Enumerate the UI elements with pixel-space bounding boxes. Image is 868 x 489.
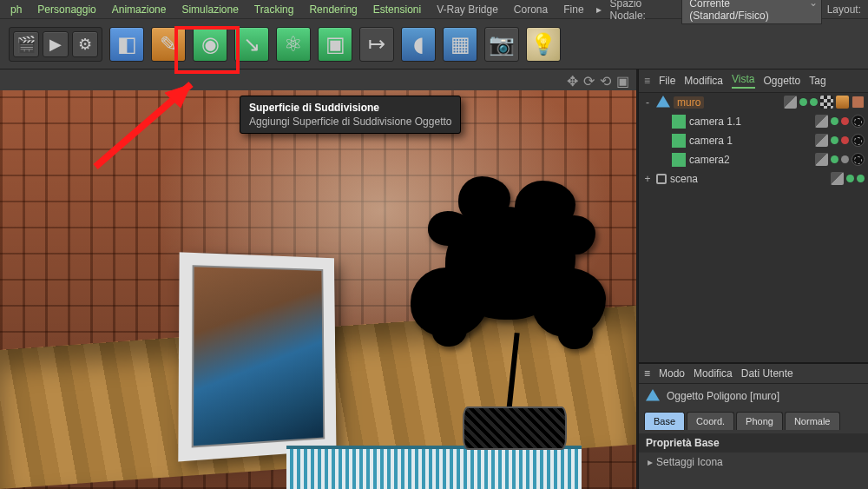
attrtab-dati[interactable]: Dati Utente: [741, 367, 793, 380]
row-icon-settings-label: Settaggi Icona: [656, 456, 723, 468]
visibility-dot-icon[interactable]: [846, 175, 854, 182]
tooltip-subtitle: Aggiungi Superficie di Suddivisione Ogge…: [249, 116, 451, 128]
attrsub-base[interactable]: Base: [644, 412, 685, 430]
attribute-panel: ≡ Modo Modifica Dati Utente Oggetto Poli…: [639, 362, 868, 489]
cam-icon: [672, 153, 686, 167]
object-list[interactable]: -murocamera 1.1camera 1camera2+scena: [639, 93, 868, 362]
expand-triangle-icon[interactable]: ▸: [648, 456, 653, 468]
tooltip-subdivision: Superficie di Suddivisione Aggiungi Supe…: [240, 96, 461, 134]
menu-bar: ph Personaggio Animazione Simulazione Tr…: [0, 0, 868, 19]
visibility-dot-icon[interactable]: [799, 98, 807, 106]
primitive-cube-button[interactable]: ◧: [109, 27, 144, 62]
tag-orange-icon[interactable]: [836, 96, 849, 109]
attrsub-coord[interactable]: Coord.: [687, 412, 734, 430]
obj-row-camera-1[interactable]: camera 1: [639, 131, 868, 150]
obj-tags: [815, 115, 865, 128]
vp-move-icon[interactable]: ✥: [567, 73, 578, 89]
panel-menu-icon[interactable]: ≡: [644, 75, 650, 87]
toolbar: 🎬 ▶ ⚙ ◧ ✎ ◉ ↘ ⚛ ▣ ↦ ◖ ▦ 📷 💡: [0, 19, 868, 69]
vp-zoom-icon[interactable]: ⟲: [600, 73, 611, 89]
tag-black-icon[interactable]: [852, 115, 865, 128]
render-clapper-icon[interactable]: 🎬: [13, 31, 39, 57]
vp-rotate-icon[interactable]: ⟳: [583, 73, 595, 89]
menu-vray[interactable]: V-Ray Bridge: [430, 1, 505, 18]
annotation-arrow-icon: [78, 71, 217, 175]
objtab-vista[interactable]: Vista: [732, 73, 754, 89]
visibility-dot-icon[interactable]: [831, 136, 838, 144]
twist-icon[interactable]: -: [642, 96, 653, 109]
layout-label: Layout:: [824, 3, 865, 16]
obj-label: camera2: [689, 154, 730, 166]
objtab-oggetto[interactable]: Oggetto: [764, 75, 801, 87]
visibility-dot-icon[interactable]: [831, 155, 838, 163]
bonsai-plant: [411, 163, 610, 450]
obj-label: camera 1.1: [689, 116, 741, 128]
objtab-tag[interactable]: Tag: [809, 75, 825, 87]
attr-menu-icon[interactable]: ≡: [644, 367, 650, 380]
spazio-label: Spazio Nodale:: [607, 0, 681, 22]
tag-checker-icon[interactable]: [820, 96, 833, 109]
tag-black-icon[interactable]: [852, 153, 865, 166]
vp-max-icon[interactable]: ▣: [616, 73, 629, 89]
null-icon: [656, 174, 667, 184]
obj-row-camera-1.1[interactable]: camera 1.1: [639, 112, 868, 131]
section-base-properties: Proprietà Base: [639, 433, 868, 453]
menu-fine[interactable]: Fine: [556, 1, 590, 18]
visibility-dot-icon[interactable]: [841, 136, 849, 144]
menu-tracking[interactable]: Tracking: [247, 1, 301, 18]
objtab-modifica[interactable]: Modifica: [684, 75, 723, 87]
obj-row-muro[interactable]: -muro: [639, 93, 868, 112]
attrsub-normale[interactable]: Normale: [785, 412, 840, 430]
polygon-icon: [646, 389, 660, 403]
instance-boxes-button[interactable]: ▣: [318, 27, 352, 62]
light-icon[interactable]: 💡: [526, 27, 561, 62]
atom-array-button[interactable]: ⚛: [276, 27, 311, 62]
spazio-arrow-icon: ▸: [593, 3, 605, 16]
attr-header: ≡ Modo Modifica Dati Utente: [639, 364, 868, 384]
generator-extrude-button[interactable]: ↘: [234, 27, 269, 62]
tag-black-icon[interactable]: [852, 134, 865, 147]
obj-label: muro: [674, 96, 704, 109]
obj-row-camera2[interactable]: camera2: [639, 150, 868, 169]
tag-layer-icon[interactable]: [815, 134, 828, 147]
menu-simulazione[interactable]: Simulazione: [174, 1, 245, 18]
cam-icon: [672, 115, 686, 129]
obj-tags: [815, 153, 865, 166]
deformer-bend-icon[interactable]: ◖: [401, 27, 436, 62]
objtab-file[interactable]: File: [659, 75, 675, 87]
tag-layer-icon[interactable]: [831, 172, 844, 185]
floor-grid-icon[interactable]: ▦: [443, 27, 477, 62]
right-panel: ≡ File Modifica Vista Oggetto Tag -muroc…: [638, 69, 868, 489]
menu-personaggio[interactable]: Personaggio: [30, 1, 102, 18]
camera-icon[interactable]: 📷: [484, 27, 519, 62]
obj-label: scena: [670, 173, 698, 185]
spazio-dropdown[interactable]: Corrente (Standard/Fisico): [681, 0, 821, 24]
menu-estensioni[interactable]: Estensioni: [366, 1, 428, 18]
menu-corona[interactable]: Corona: [507, 1, 555, 18]
arrow-out-icon[interactable]: ↦: [359, 27, 394, 62]
menu-animazione[interactable]: Animazione: [105, 1, 174, 18]
row-icon-settings[interactable]: ▸ Settaggi Icona: [639, 453, 868, 472]
obj-tags: [784, 96, 865, 109]
tag-layer-icon[interactable]: [784, 96, 797, 109]
visibility-dot-icon[interactable]: [841, 155, 849, 163]
attrsub-phong[interactable]: Phong: [736, 412, 783, 430]
menu-ph[interactable]: ph: [3, 1, 29, 18]
menu-rendering[interactable]: Rendering: [302, 1, 364, 18]
twist-icon[interactable]: +: [642, 173, 653, 185]
tag-layer-icon[interactable]: [815, 153, 828, 166]
obj-row-scena[interactable]: +scena: [639, 169, 868, 188]
visibility-dot-icon[interactable]: [810, 98, 818, 106]
attrtab-modo[interactable]: Modo: [659, 367, 685, 380]
render-settings-icon[interactable]: ⚙: [72, 31, 98, 57]
attr-object-title: Oggetto Poligono [muro]: [667, 390, 779, 402]
tag-brick-icon[interactable]: [852, 96, 865, 109]
render-play-icon[interactable]: ▶: [43, 31, 69, 57]
tag-layer-icon[interactable]: [815, 115, 828, 128]
obj-tags: [831, 172, 865, 185]
attrtab-modifica[interactable]: Modifica: [694, 367, 733, 380]
visibility-dot-icon[interactable]: [841, 117, 849, 125]
visibility-dot-icon[interactable]: [857, 175, 865, 182]
visibility-dot-icon[interactable]: [831, 117, 838, 125]
toolgroup-render: 🎬 ▶ ⚙: [9, 27, 102, 62]
